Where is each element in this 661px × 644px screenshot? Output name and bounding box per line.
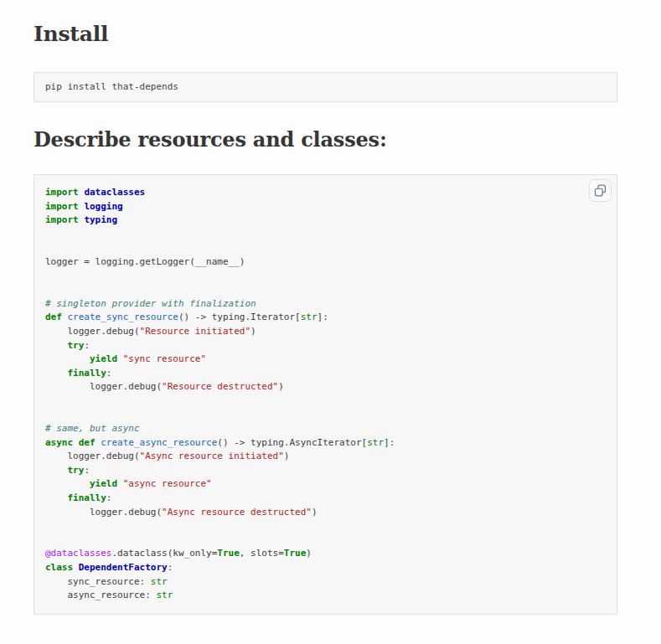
code-line: logger = logging.getLogger(__name__) (45, 255, 606, 270)
code-line (45, 409, 606, 423)
code-line: finally: (45, 492, 606, 506)
copy-icon (594, 184, 607, 197)
code-line (45, 228, 606, 242)
code-line: import logging (45, 200, 606, 214)
code-line: def create_sync_resource() -> typing.Ite… (45, 311, 606, 325)
code-lines: import dataclassesimport loggingimport t… (45, 186, 606, 603)
python-code-block: import dataclassesimport loggingimport t… (34, 174, 617, 615)
code-line: async_resource: str (45, 589, 606, 603)
code-line: # same, but async (45, 422, 606, 436)
code-line: class DependentFactory: (45, 561, 606, 575)
code-line: logger.debug("Async resource initiated") (45, 450, 606, 464)
code-line: try: (45, 464, 606, 478)
code-line: try: (45, 339, 606, 353)
code-line: # singleton provider with finalization (45, 297, 606, 312)
code-line (45, 519, 606, 533)
install-heading: Install (34, 22, 617, 47)
code-line: async def create_async_resource() -> typ… (45, 436, 606, 451)
describe-heading: Describe resources and classes: (34, 127, 617, 152)
code-line (45, 283, 606, 297)
code-line: import typing (45, 214, 606, 228)
copy-button[interactable] (589, 179, 612, 202)
readme-content: Install pip install that-depends Describ… (0, 0, 661, 615)
pip-install-code-block: pip install that-depends (34, 72, 617, 102)
code-line (45, 394, 606, 409)
code-line: logger.debug("Async resource destructed"… (45, 506, 606, 520)
code-line: logger.debug("Resource destructed") (45, 380, 606, 394)
code-line: yield "sync resource" (45, 353, 606, 367)
code-line: yield "async resource" (45, 477, 606, 492)
code-line (45, 270, 606, 284)
code-line: @dataclasses.dataclass(kw_only=True, slo… (45, 547, 606, 561)
pip-install-command: pip install that-depends (45, 81, 178, 92)
code-line: import dataclasses (45, 186, 606, 200)
code-line: finally: (45, 367, 606, 381)
code-line (45, 241, 606, 255)
page: { "headings": { "install": "Install", "d… (0, 0, 661, 644)
code-line (45, 533, 606, 548)
code-line: sync_resource: str (45, 575, 606, 590)
code-line: logger.debug("Resource initiated") (45, 325, 606, 339)
